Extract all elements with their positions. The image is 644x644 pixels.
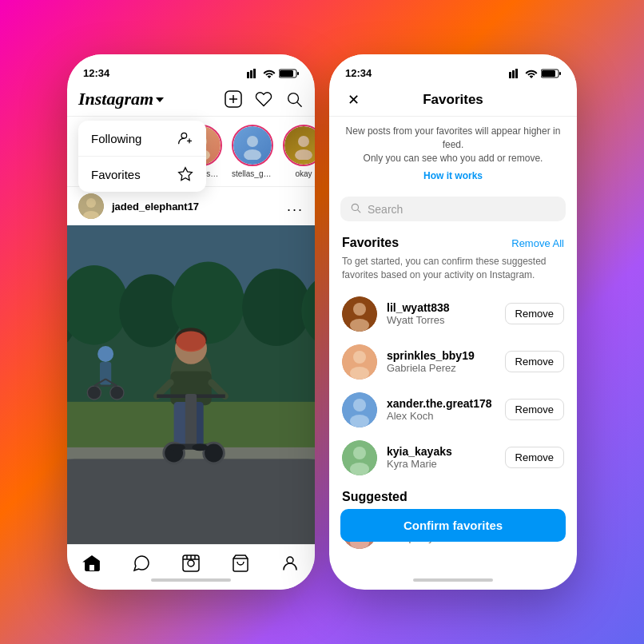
svg-point-70: [287, 557, 293, 563]
ig-logo[interactable]: Instagram: [78, 89, 164, 109]
profile-nav-button[interactable]: [280, 553, 300, 574]
favorites-option[interactable]: Favorites: [78, 157, 206, 192]
username: sprinkles_bby19: [387, 349, 495, 362]
username: kyia_kayaks: [387, 445, 495, 458]
favorites-hint: To get started, you can confirm these su…: [329, 253, 577, 290]
story-stellas[interactable]: stellas_gr0...: [232, 125, 273, 178]
story-label: stellas_gr0...: [232, 169, 273, 178]
post-more-button[interactable]: ...: [287, 198, 304, 215]
svg-rect-61: [67, 225, 315, 544]
svg-rect-72: [512, 70, 515, 78]
right-time: 12:34: [345, 67, 372, 79]
left-phone: 12:34 Instagram: [67, 54, 315, 590]
svg-point-23: [298, 136, 309, 147]
svg-point-87: [350, 415, 369, 427]
search-button[interactable]: [284, 89, 304, 109]
svg-rect-73: [515, 69, 518, 78]
svg-point-86: [353, 399, 366, 411]
user-info: lil_wyatt838 Wyatt Torres: [387, 301, 495, 326]
user-info: sprinkles_bby19 Gabriela Perez: [387, 349, 495, 374]
favorites-section-title: Favorites: [342, 236, 399, 250]
right-status-icons: [509, 69, 561, 78]
svg-point-84: [350, 367, 369, 380]
svg-point-22: [244, 149, 261, 160]
confirm-favorites-button[interactable]: Confirm favorites: [340, 509, 566, 542]
story-label: okay: [295, 169, 312, 178]
svg-rect-2: [253, 69, 256, 78]
post-image: [67, 225, 315, 544]
suggested-section-header: Suggested: [329, 482, 577, 507]
user-info: kyia_kayaks Kyra Marie: [387, 445, 495, 470]
favorites-header: ✕ Favorites: [329, 82, 577, 117]
messages-nav-button[interactable]: [131, 553, 152, 574]
svg-rect-76: [559, 72, 561, 75]
left-status-bar: 12:34: [67, 54, 315, 82]
real-name: Gabriela Perez: [387, 362, 495, 374]
right-phone: 12:34 ✕ Favorites New posts from your fa…: [329, 54, 577, 590]
remove-button[interactable]: Remove: [505, 303, 564, 324]
reels-nav-button[interactable]: [181, 553, 201, 574]
left-time: 12:34: [83, 67, 109, 79]
feed-type-dropdown: Following Favorites: [78, 121, 206, 192]
real-name: Wyatt Torres: [387, 314, 495, 326]
phones-container: 12:34 Instagram: [67, 54, 577, 590]
svg-point-64: [188, 560, 194, 566]
svg-point-21: [247, 136, 258, 147]
home-indicator: [151, 578, 231, 582]
real-name: Kyra Marie: [387, 458, 495, 470]
close-button[interactable]: ✕: [342, 89, 364, 111]
right-status-bar: 12:34: [329, 54, 577, 82]
chevron-down-icon: [156, 97, 164, 102]
favorites-section-header: Favorites Remove All: [329, 228, 577, 253]
username: lil_wyatt838: [387, 301, 495, 314]
svg-rect-71: [509, 72, 511, 78]
remove-button[interactable]: Remove: [505, 399, 564, 420]
svg-marker-14: [179, 168, 193, 181]
post-header: jaded_elephant17 ...: [67, 187, 315, 225]
confirm-btn-wrap: Confirm favorites: [329, 509, 577, 542]
following-option[interactable]: Following: [78, 121, 206, 157]
left-status-icons: [247, 69, 299, 78]
post-username: jaded_elephant17: [112, 201, 279, 213]
home-nav-button[interactable]: [81, 553, 102, 574]
svg-rect-75: [542, 70, 555, 77]
ig-header: Instagram: [67, 82, 315, 117]
user-row-kyia: kyia_kayaks Kyra Marie Remove: [329, 434, 577, 482]
svg-point-89: [353, 447, 366, 459]
svg-rect-62: [89, 565, 94, 570]
svg-point-81: [350, 319, 369, 332]
svg-point-80: [353, 303, 366, 316]
svg-line-10: [297, 102, 301, 106]
home-indicator: [413, 578, 493, 582]
svg-point-90: [350, 463, 369, 475]
remove-all-button[interactable]: Remove All: [511, 237, 564, 249]
story-okay[interactable]: okay: [283, 125, 315, 178]
search-box[interactable]: Search: [340, 197, 566, 221]
heart-button[interactable]: [254, 89, 273, 109]
svg-rect-0: [247, 72, 249, 78]
svg-point-9: [288, 93, 299, 104]
remove-button[interactable]: Remove: [505, 447, 564, 468]
user-row-xander: xander.the.great178 Alex Koch Remove: [329, 386, 577, 434]
real-name: Alex Koch: [387, 410, 495, 422]
svg-line-78: [358, 210, 360, 213]
user-row-lil-wyatt: lil_wyatt838 Wyatt Torres Remove: [329, 290, 577, 338]
search-placeholder: Search: [368, 203, 403, 216]
svg-point-11: [181, 133, 187, 138]
svg-rect-5: [297, 72, 299, 75]
add-post-button[interactable]: [224, 89, 243, 109]
username: xander.the.great178: [387, 397, 495, 410]
search-icon: [350, 202, 361, 216]
user-info: xander.the.great178 Alex Koch: [387, 397, 495, 422]
shop-nav-button[interactable]: [230, 553, 251, 574]
svg-point-26: [86, 198, 96, 208]
svg-point-83: [353, 351, 366, 364]
favorites-subtitle: New posts from your favorites will appea…: [329, 117, 577, 166]
how-it-works-link[interactable]: How it works: [329, 166, 577, 190]
remove-button[interactable]: Remove: [505, 351, 564, 372]
svg-point-24: [295, 149, 312, 160]
favorites-title: Favorites: [364, 92, 542, 108]
suggested-section-title: Suggested: [342, 490, 407, 504]
ig-bottom-nav: [67, 544, 315, 590]
ig-header-icons: [224, 89, 304, 109]
